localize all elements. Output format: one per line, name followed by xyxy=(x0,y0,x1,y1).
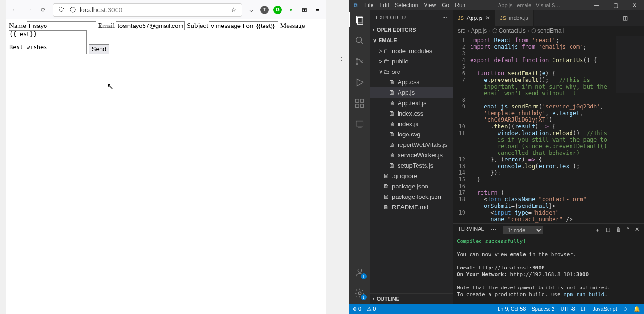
browser-toolbar: ← → ⟳ 🛡 ⓘ localhost:3000 ☆ ⌵ T G ▾ ⊞ ≡ xyxy=(6,0,326,19)
liveshare-icon[interactable] xyxy=(354,118,365,130)
status-eol[interactable]: LF xyxy=(581,306,587,312)
status-feedback-icon[interactable]: ☺ xyxy=(623,306,628,312)
close-tab-icon[interactable]: ✕ xyxy=(485,15,490,21)
status-warnings[interactable]: ⚠ 0 xyxy=(367,306,376,312)
debug-icon[interactable] xyxy=(354,77,365,88)
grammarly-icon[interactable]: G xyxy=(273,6,282,14)
tree-item-index.css[interactable]: 🗎index.css xyxy=(370,108,453,118)
minimize-button[interactable]: — xyxy=(587,0,606,10)
svg-point-5 xyxy=(356,63,358,65)
extensions-icon[interactable] xyxy=(354,98,365,109)
tree-label: index.css xyxy=(398,110,423,117)
bookmark-icon[interactable]: ☆ xyxy=(229,6,238,14)
tree-item-node_modules[interactable]: >🗀node_modules xyxy=(370,45,453,56)
terminal-more-icon[interactable]: ⋯ xyxy=(491,227,496,233)
subject-input[interactable] xyxy=(209,21,278,30)
tree-label: package-lock.json xyxy=(392,193,441,200)
activity-bar: 1 1 xyxy=(349,10,370,304)
terminal-output[interactable]: Compiled successfully! You can now view … xyxy=(453,236,644,304)
status-errors[interactable]: ⊗ 0 xyxy=(353,306,361,312)
breadcrumb-item[interactable]: ⬡ sendEmail xyxy=(531,27,564,34)
svg-point-6 xyxy=(361,61,363,63)
puzzle-icon[interactable]: ⊞ xyxy=(300,6,308,14)
tree-label: node_modules xyxy=(392,47,432,54)
breadcrumb[interactable]: src ›App.js ›⬡ ContactUs ›⬡ sendEmail xyxy=(453,26,644,36)
new-terminal-icon[interactable]: ＋ xyxy=(595,226,600,233)
account-icon[interactable]: 1 xyxy=(354,267,365,278)
terminal-select[interactable]: 1: node xyxy=(503,226,543,234)
split-terminal-icon[interactable]: ◫ xyxy=(606,226,610,233)
breadcrumb-item[interactable]: src xyxy=(458,27,465,34)
menu-file[interactable]: File xyxy=(364,2,373,9)
breadcrumb-item[interactable]: ⬡ ContactUs xyxy=(492,27,525,34)
status-language[interactable]: JavaScript xyxy=(592,306,617,312)
settings-icon[interactable]: 1 xyxy=(354,287,365,299)
tree-item-public[interactable]: >🗀public xyxy=(370,56,453,66)
status-bell-icon[interactable]: 🔔 xyxy=(634,306,640,312)
hamburger-icon[interactable]: ≡ xyxy=(313,6,322,14)
message-textarea[interactable] xyxy=(9,30,87,54)
menu-view[interactable]: View xyxy=(424,2,436,9)
menu-selection[interactable]: Selection xyxy=(395,2,418,9)
scm-icon[interactable] xyxy=(354,56,365,67)
shield2-icon[interactable]: ▾ xyxy=(287,6,295,14)
tree-item-.gitignore[interactable]: 🗎.gitignore xyxy=(370,170,453,181)
send-button[interactable]: Send xyxy=(89,44,109,54)
tab-index.js[interactable]: JSindex.js xyxy=(495,10,534,26)
file-icon: 🗎 xyxy=(383,183,390,190)
status-encoding[interactable]: UTF-8 xyxy=(560,306,575,312)
tree-label: App.js xyxy=(398,89,415,96)
outline-section[interactable]: ›OUTLINE xyxy=(370,293,453,304)
file-icon: 🗎 xyxy=(389,89,396,96)
maximize-terminal-icon[interactable]: ^ xyxy=(627,226,629,233)
name-input[interactable] xyxy=(27,21,96,30)
explorer-icon[interactable] xyxy=(354,14,365,26)
split-editor-icon[interactable]: ◫ xyxy=(623,15,628,21)
tree-item-src[interactable]: ∨🗁src xyxy=(370,66,453,77)
tree-item-App.js[interactable]: 🗎App.js xyxy=(370,87,453,98)
open-editors-section[interactable]: ›OPEN EDITORS xyxy=(370,25,453,35)
breadcrumb-item[interactable]: App.js xyxy=(471,27,487,34)
project-folder-section[interactable]: ∨EMALE xyxy=(370,35,453,45)
tree-item-package.json[interactable]: 🗎package.json xyxy=(370,181,453,191)
menu-run[interactable]: Run xyxy=(455,2,465,9)
tree-item-reportWebVitals.js[interactable]: 🗎reportWebVitals.js xyxy=(370,139,453,150)
tree-item-App.css[interactable]: 🗎App.css xyxy=(370,77,453,87)
back-button[interactable]: ← xyxy=(10,5,19,15)
menu-go[interactable]: Go xyxy=(442,2,449,9)
email-input[interactable] xyxy=(116,21,185,30)
reload-button[interactable]: ⟳ xyxy=(38,5,48,15)
tab-App.js[interactable]: JSApp.js✕ xyxy=(453,10,495,26)
menu-edit[interactable]: Edit xyxy=(379,2,389,9)
email-label: Email xyxy=(98,22,115,29)
tree-item-README.md[interactable]: 🗎README.md xyxy=(370,202,453,212)
kill-terminal-icon[interactable]: 🗑 xyxy=(616,226,621,233)
ext1-icon[interactable]: T xyxy=(260,6,269,14)
tree-item-App.test.js[interactable]: 🗎App.test.js xyxy=(370,98,453,108)
code-editor[interactable]: 1234567891011121314151617181920 import R… xyxy=(453,36,644,223)
search-icon[interactable] xyxy=(354,35,365,46)
tree-item-index.js[interactable]: 🗎index.js xyxy=(370,118,453,129)
editor-more-icon[interactable]: ⋯ xyxy=(634,15,639,21)
window-title: App.js - emale - Visual S… xyxy=(478,2,581,8)
minimap[interactable] xyxy=(616,36,644,93)
overflow-icon[interactable]: ⋮ xyxy=(337,56,345,65)
maximize-button[interactable]: ▢ xyxy=(606,0,625,10)
tree-item-package-lock.json[interactable]: 🗎package-lock.json xyxy=(370,191,453,202)
status-lncol[interactable]: Ln 9, Col 58 xyxy=(498,306,526,312)
explorer-sidebar: EXPLORER⋯ ›OPEN EDITORS ∨EMALE >🗀node_mo… xyxy=(370,10,453,304)
status-spaces[interactable]: Spaces: 2 xyxy=(531,306,554,312)
folder-open-icon: 🗁 xyxy=(383,68,390,75)
pocket-icon[interactable]: ⌵ xyxy=(247,6,255,14)
close-window-button[interactable]: ✕ xyxy=(625,0,644,10)
more-icon[interactable]: ⋯ xyxy=(442,15,448,21)
terminal-tab[interactable]: TERMINAL xyxy=(458,226,484,234)
tree-item-setupTests.js[interactable]: 🗎setupTests.js xyxy=(370,160,453,170)
forward-button[interactable]: → xyxy=(24,5,34,15)
editor-area: JSApp.js✕JSindex.js◫⋯ src ›App.js ›⬡ Con… xyxy=(453,10,644,304)
tree-label: setupTests.js xyxy=(398,162,433,169)
close-terminal-icon[interactable]: ✕ xyxy=(635,226,639,233)
address-bar[interactable]: 🛡 ⓘ localhost:3000 ☆ xyxy=(53,3,242,17)
tree-item-serviceWorker.js[interactable]: 🗎serviceWorker.js xyxy=(370,150,453,160)
tree-item-logo.svg[interactable]: 🗎logo.svg xyxy=(370,129,453,139)
